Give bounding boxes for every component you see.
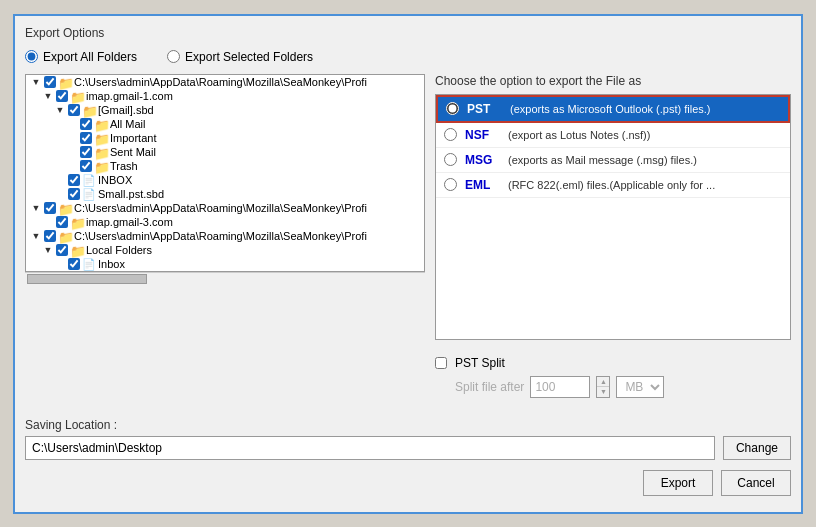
spinner-down[interactable]: ▼	[597, 387, 609, 397]
tree-expander[interactable]: ▼	[30, 230, 42, 242]
tree-item-label: imap.gmail-3.com	[86, 216, 173, 228]
export-all-folders-option[interactable]: Export All Folders	[25, 50, 137, 64]
tree-expander[interactable]: ▼	[30, 202, 42, 214]
split-after-label: Split file after	[455, 380, 524, 394]
saving-label: Saving Location :	[25, 418, 791, 432]
tree-expander	[66, 160, 78, 172]
export-button[interactable]: Export	[643, 470, 713, 496]
tree-expander	[66, 132, 78, 144]
horizontal-scrollbar[interactable]	[25, 272, 425, 286]
spinner-up[interactable]: ▲	[597, 377, 609, 388]
cancel-button[interactable]: Cancel	[721, 470, 791, 496]
tree-checkbox[interactable]	[68, 258, 80, 270]
pst-desc: (exports as Microsoft Outlook (.pst) fil…	[510, 103, 711, 115]
tree-expander	[42, 216, 54, 228]
tree-row[interactable]: 📁 Trash	[62, 159, 424, 173]
tree-expander[interactable]: ▼	[30, 76, 42, 88]
tree-checkbox[interactable]	[80, 146, 92, 158]
format-item-eml[interactable]: EML (RFC 822(.eml) files.(Applicable onl…	[436, 173, 790, 198]
tree-row[interactable]: 📄 Inbox	[50, 257, 424, 271]
format-item-pst[interactable]: PST (exports as Microsoft Outlook (.pst)…	[436, 95, 790, 123]
tree-checkbox[interactable]	[80, 132, 92, 144]
saving-path-input[interactable]	[25, 436, 715, 460]
nsf-desc: (export as Lotus Notes (.nsf))	[508, 129, 650, 141]
tree-expander	[66, 146, 78, 158]
tree-item-label: C:\Users\admin\AppData\Roaming\Mozilla\S…	[74, 230, 367, 242]
scrollbar-thumb[interactable]	[27, 274, 147, 284]
msg-radio[interactable]	[444, 153, 457, 166]
tree-checkbox[interactable]	[56, 244, 68, 256]
folder-icon: 📁	[82, 104, 96, 116]
split-unit-select[interactable]: MB GB	[616, 376, 664, 398]
pst-split-checkbox[interactable]	[435, 357, 447, 369]
export-options-dialog: Export Options Export All Folders Export…	[13, 14, 803, 514]
tree-checkbox[interactable]	[44, 202, 56, 214]
tree-expander	[66, 118, 78, 130]
dialog-title: Export Options	[25, 26, 791, 40]
folder-icon: 📁	[94, 132, 108, 144]
tree-item-label: [Gmail].sbd	[98, 104, 154, 116]
tree-row[interactable]: ▼ 📁 [Gmail].sbd	[50, 103, 424, 117]
tree-checkbox[interactable]	[80, 160, 92, 172]
export-all-radio[interactable]	[25, 50, 38, 63]
tree-row[interactable]: 📁 Important	[62, 131, 424, 145]
tree-expander[interactable]: ▼	[42, 244, 54, 256]
export-all-label: Export All Folders	[43, 50, 137, 64]
nsf-label: NSF	[465, 128, 500, 142]
folder-icon: 📁	[58, 202, 72, 214]
eml-label: EML	[465, 178, 500, 192]
tree-item-label: C:\Users\admin\AppData\Roaming\Mozilla\S…	[74, 76, 367, 88]
tree-row[interactable]: 📁 All Mail	[62, 117, 424, 131]
tree-item-label: Small.pst.sbd	[98, 188, 164, 200]
tree-checkbox[interactable]	[56, 216, 68, 228]
export-selected-radio[interactable]	[167, 50, 180, 63]
main-content: ▼ 📁 C:\Users\admin\AppData\Roaming\Mozil…	[25, 74, 791, 404]
file-icon: 📄	[82, 174, 96, 186]
tree-checkbox[interactable]	[44, 230, 56, 242]
tree-checkbox[interactable]	[68, 104, 80, 116]
tree-row[interactable]: 📁 imap.gmail-3.com	[38, 215, 424, 229]
tree-checkbox[interactable]	[44, 76, 56, 88]
pst-radio[interactable]	[446, 102, 459, 115]
tree-expander[interactable]: ▼	[42, 90, 54, 102]
tree-row[interactable]: 📄 Small.pst.sbd	[50, 187, 424, 201]
saving-location-section: Saving Location : Change	[25, 418, 791, 460]
tree-checkbox[interactable]	[68, 174, 80, 186]
tree-row[interactable]: ▼ 📁 imap.gmail-1.com	[38, 89, 424, 103]
tree-item-label: All Mail	[110, 118, 145, 130]
saving-row: Change	[25, 436, 791, 460]
tree-checkbox[interactable]	[80, 118, 92, 130]
left-panel-wrapper: ▼ 📁 C:\Users\admin\AppData\Roaming\Mozil…	[25, 74, 425, 404]
format-item-nsf[interactable]: NSF (export as Lotus Notes (.nsf))	[436, 123, 790, 148]
tree-row[interactable]: ▼ 📁 C:\Users\admin\AppData\Roaming\Mozil…	[26, 201, 424, 215]
format-item-msg[interactable]: MSG (exports as Mail message (.msg) file…	[436, 148, 790, 173]
tree-checkbox[interactable]	[68, 188, 80, 200]
tree-item-label: Local Folders	[86, 244, 152, 256]
tree-item-label: Sent Mail	[110, 146, 156, 158]
folder-icon: 📁	[70, 90, 84, 102]
folder-icon: 📁	[58, 230, 72, 242]
split-value-input[interactable]	[530, 376, 590, 398]
nsf-radio[interactable]	[444, 128, 457, 141]
file-icon: 📄	[82, 188, 96, 200]
folder-tree[interactable]: ▼ 📁 C:\Users\admin\AppData\Roaming\Mozil…	[25, 74, 425, 272]
tree-item-label: C:\Users\admin\AppData\Roaming\Mozilla\S…	[74, 202, 367, 214]
tree-expander[interactable]: ▼	[54, 104, 66, 116]
export-selected-folders-option[interactable]: Export Selected Folders	[167, 50, 313, 64]
folder-icon: 📁	[94, 160, 108, 172]
folder-icon: 📁	[70, 244, 84, 256]
spinner: ▲ ▼	[596, 376, 610, 398]
tree-row[interactable]: ▼ 📁 C:\Users\admin\AppData\Roaming\Mozil…	[26, 75, 424, 89]
eml-radio[interactable]	[444, 178, 457, 191]
pst-split-label: PST Split	[455, 356, 505, 370]
export-options-row: Export All Folders Export Selected Folde…	[25, 50, 791, 64]
tree-item-label: Important	[110, 132, 156, 144]
pst-split-row: PST Split	[435, 356, 791, 370]
tree-row[interactable]: 📁 Sent Mail	[62, 145, 424, 159]
tree-checkbox[interactable]	[56, 90, 68, 102]
change-button[interactable]: Change	[723, 436, 791, 460]
tree-row[interactable]: ▼ 📁 C:\Users\admin\AppData\Roaming\Mozil…	[26, 229, 424, 243]
tree-row[interactable]: ▼ 📁 Local Folders	[38, 243, 424, 257]
tree-item-label: INBOX	[98, 174, 132, 186]
tree-row[interactable]: 📄 INBOX	[50, 173, 424, 187]
